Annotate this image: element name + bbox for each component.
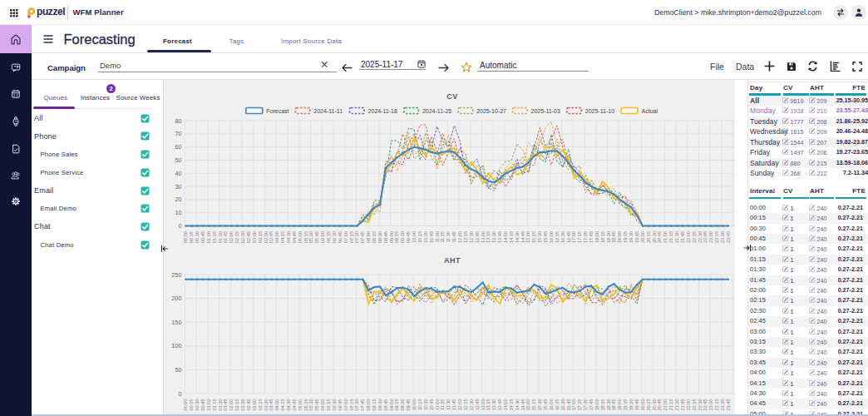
svg-text:2024-11-25: 2024-11-25	[422, 108, 451, 114]
svg-text:11:15: 11:15	[440, 231, 445, 243]
svg-text:00:30: 00:30	[195, 399, 200, 411]
svg-text:02:30: 02:30	[240, 231, 245, 243]
svg-text:Actual: Actual	[642, 108, 658, 114]
svg-text:05:15: 05:15	[303, 231, 308, 243]
svg-text:22:30: 22:30	[698, 231, 703, 243]
svg-text:22:30: 22:30	[698, 399, 703, 411]
svg-text:19:45: 19:45	[634, 231, 639, 243]
svg-text:15:30: 15:30	[537, 231, 542, 243]
svg-text:02:45: 02:45	[246, 399, 251, 411]
svg-text:20: 20	[175, 196, 181, 203]
svg-text:01:30: 01:30	[218, 231, 223, 243]
svg-text:23:00: 23:00	[708, 399, 713, 411]
svg-text:03:00: 03:00	[252, 399, 257, 411]
svg-text:22:00: 22:00	[686, 231, 691, 243]
svg-text:07:30: 07:30	[354, 399, 359, 411]
svg-text:12:00: 12:00	[457, 399, 462, 411]
svg-text:10:00: 10:00	[412, 399, 417, 411]
svg-text:50: 50	[175, 366, 181, 374]
svg-text:01:45: 01:45	[223, 399, 228, 411]
svg-text:18:00: 18:00	[594, 231, 599, 243]
svg-text:10:00: 10:00	[412, 231, 417, 243]
svg-text:02:15: 02:15	[234, 231, 239, 243]
svg-text:AHT: AHT	[444, 256, 461, 265]
svg-text:03:30: 03:30	[264, 231, 269, 243]
svg-text:15:00: 15:00	[525, 231, 530, 243]
svg-text:23:30: 23:30	[720, 399, 725, 411]
svg-text:19:00: 19:00	[617, 231, 622, 243]
svg-text:20:45: 20:45	[657, 231, 662, 243]
svg-text:23:00: 23:00	[708, 231, 713, 243]
svg-text:01:30: 01:30	[218, 399, 223, 411]
svg-text:10:45: 10:45	[429, 231, 434, 243]
svg-text:04:45: 04:45	[292, 231, 297, 243]
svg-text:06:30: 06:30	[332, 399, 337, 411]
svg-text:12:15: 12:15	[463, 231, 468, 243]
svg-text:22:45: 22:45	[703, 399, 708, 411]
svg-text:17:45: 17:45	[589, 399, 594, 411]
svg-text:15:15: 15:15	[531, 231, 536, 243]
svg-text:03:45: 03:45	[269, 231, 274, 243]
svg-text:07:00: 07:00	[343, 231, 348, 243]
svg-text:03:15: 03:15	[258, 399, 263, 411]
svg-text:17:00: 17:00	[571, 399, 576, 411]
svg-text:14:00: 14:00	[503, 399, 508, 411]
svg-text:13:45: 13:45	[497, 399, 502, 411]
svg-text:17:30: 17:30	[583, 399, 588, 410]
svg-text:19:30: 19:30	[629, 399, 634, 411]
svg-text:00:00: 00:00	[183, 399, 188, 411]
svg-text:21:15: 21:15	[668, 399, 673, 411]
svg-text:08:45: 08:45	[383, 399, 388, 411]
svg-text:13:15: 13:15	[486, 399, 491, 411]
svg-text:06:00: 06:00	[320, 231, 325, 243]
svg-text:00:15: 00:15	[189, 399, 194, 411]
svg-text:23:15: 23:15	[714, 231, 719, 243]
svg-text:05:45: 05:45	[314, 399, 319, 411]
svg-text:05:45: 05:45	[314, 231, 319, 243]
svg-text:16:00: 16:00	[549, 399, 554, 411]
svg-text:40: 40	[175, 170, 181, 177]
svg-text:03:15: 03:15	[258, 231, 263, 243]
svg-text:14:30: 14:30	[515, 231, 520, 243]
svg-text:14:45: 14:45	[520, 399, 525, 411]
svg-text:18:15: 18:15	[600, 231, 605, 243]
svg-text:08:45: 08:45	[383, 231, 388, 243]
svg-text:04:30: 04:30	[286, 399, 291, 411]
svg-text:07:30: 07:30	[354, 231, 359, 243]
svg-text:13:00: 13:00	[481, 231, 486, 243]
svg-text:23:15: 23:15	[714, 399, 719, 411]
svg-text:19:30: 19:30	[629, 231, 634, 243]
svg-text:11:45: 11:45	[451, 231, 456, 243]
svg-text:09:00: 09:00	[389, 399, 394, 411]
svg-text:07:15: 07:15	[349, 399, 354, 411]
svg-text:18:15: 18:15	[600, 399, 605, 411]
svg-text:2024-11-18: 2024-11-18	[368, 108, 397, 114]
svg-text:05:30: 05:30	[308, 399, 313, 411]
svg-text:2025-10-27: 2025-10-27	[476, 108, 506, 114]
svg-text:15:45: 15:45	[543, 399, 548, 411]
svg-text:18:45: 18:45	[611, 399, 616, 411]
svg-text:23:45: 23:45	[726, 399, 731, 411]
svg-text:03:30: 03:30	[264, 399, 269, 411]
svg-text:150: 150	[171, 319, 181, 326]
svg-text:00:45: 00:45	[200, 231, 205, 243]
svg-text:06:45: 06:45	[338, 399, 343, 411]
svg-text:05:00: 05:00	[298, 399, 303, 411]
svg-text:20:15: 20:15	[646, 231, 651, 243]
svg-text:09:00: 09:00	[389, 231, 394, 243]
svg-text:23:30: 23:30	[720, 231, 725, 243]
svg-text:04:15: 04:15	[280, 399, 285, 411]
svg-text:17:30: 17:30	[583, 231, 588, 243]
svg-text:13:30: 13:30	[491, 231, 496, 243]
svg-text:12:30: 12:30	[469, 231, 474, 243]
svg-text:16:15: 16:15	[555, 231, 560, 243]
svg-text:08:00: 08:00	[366, 399, 371, 411]
svg-text:23:45: 23:45	[726, 231, 731, 243]
svg-text:16:45: 16:45	[566, 231, 571, 243]
svg-text:12:15: 12:15	[463, 399, 468, 411]
svg-text:250: 250	[171, 271, 181, 279]
svg-text:10:15: 10:15	[417, 399, 422, 411]
svg-text:03:00: 03:00	[252, 231, 257, 243]
svg-text:00:45: 00:45	[200, 399, 205, 411]
svg-text:06:15: 06:15	[326, 231, 331, 243]
